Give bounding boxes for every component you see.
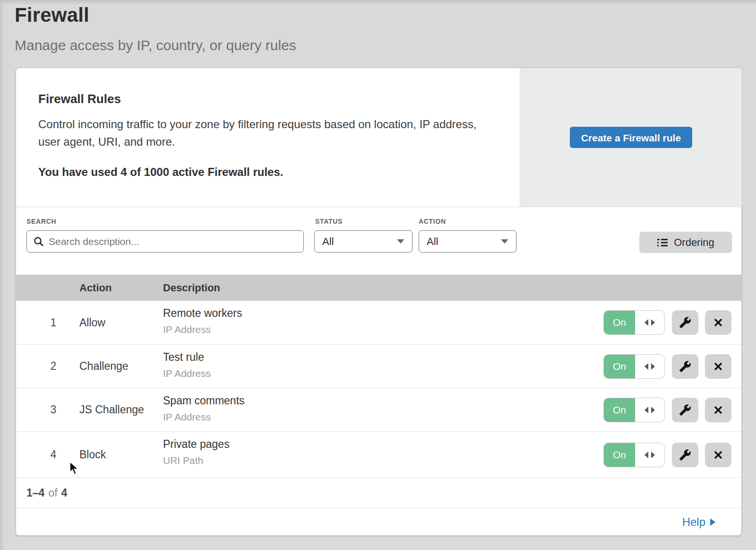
column-header-description: Description <box>163 282 220 294</box>
edit-rule-button[interactable] <box>672 354 698 379</box>
pagination-total: 4 <box>61 487 68 499</box>
toggle-on-label: On <box>604 398 635 422</box>
rule-action: Challenge <box>79 345 129 388</box>
close-icon <box>713 450 723 460</box>
table-row: 1 Allow Remote workers IP Address On <box>16 301 741 344</box>
chevron-down-icon <box>397 239 404 244</box>
edit-rule-button[interactable] <box>672 443 698 467</box>
rules-summary-section: Firewall Rules Control incoming traffic … <box>16 68 741 207</box>
chevron-down-icon <box>501 239 508 244</box>
delete-rule-button[interactable] <box>705 354 731 379</box>
help-arrow-icon <box>710 518 715 526</box>
search-box <box>26 230 304 253</box>
help-link-label: Help <box>682 515 705 529</box>
page-title: Firewall <box>15 4 89 26</box>
help-link[interactable]: Help <box>682 515 715 529</box>
close-icon <box>713 405 723 415</box>
rule-description-title: Private pages <box>163 438 230 451</box>
toggle-on-label: On <box>604 311 635 334</box>
rule-description-title: Test rule <box>163 351 211 364</box>
rule-enabled-toggle[interactable]: On <box>604 443 664 467</box>
rule-description-title: Remote workers <box>163 307 242 320</box>
search-icon <box>34 236 44 247</box>
action-select[interactable]: All <box>419 230 516 253</box>
rule-match-type: URI Path <box>163 455 230 466</box>
edit-rule-button[interactable] <box>672 398 698 422</box>
action-select-value: All <box>427 236 438 248</box>
rule-priority: 4 <box>46 432 61 477</box>
help-row: Help <box>16 508 741 536</box>
search-input[interactable] <box>49 236 297 247</box>
delete-rule-button[interactable] <box>705 310 731 335</box>
filter-section: SEARCH STATUS All ACTION All <box>16 207 741 275</box>
rules-heading: Firewall Rules <box>38 92 121 106</box>
pagination-range: 1–4 <box>26 487 44 499</box>
toggle-arrows-icon <box>635 355 664 378</box>
delete-rule-button[interactable] <box>705 443 731 467</box>
status-label: STATUS <box>315 218 343 225</box>
ordering-button[interactable]: Ordering <box>639 232 732 253</box>
rule-description-title: Spam comments <box>163 394 245 407</box>
rule-action: Block <box>79 432 106 477</box>
delete-rule-button[interactable] <box>705 398 731 422</box>
wrench-icon <box>679 316 691 329</box>
create-firewall-rule-button[interactable]: Create a Firewall rule <box>570 127 692 148</box>
wrench-icon <box>679 360 691 373</box>
wrench-icon <box>679 404 691 416</box>
close-icon <box>713 317 723 328</box>
toggle-on-label: On <box>604 355 635 378</box>
ordering-list-icon <box>657 238 668 247</box>
column-header-action: Action <box>79 282 112 294</box>
rule-action: JS Challenge <box>79 388 144 431</box>
table-row: 3 JS Challenge Spam comments IP Address … <box>16 388 741 431</box>
toggle-arrows-icon <box>635 443 664 467</box>
rule-match-type: IP Address <box>163 411 245 423</box>
status-select-value: All <box>322 236 334 248</box>
ordering-button-label: Ordering <box>674 236 714 249</box>
edit-rule-button[interactable] <box>672 310 698 335</box>
wrench-icon <box>679 449 691 461</box>
firewall-rules-card: Firewall Rules Control incoming traffic … <box>16 68 742 536</box>
rule-priority: 3 <box>46 388 61 431</box>
rule-match-type: IP Address <box>163 324 242 335</box>
table-row: 2 Challenge Test rule IP Address On <box>16 344 741 388</box>
table-row: 4 Block Private pages URI Path On <box>16 431 741 477</box>
rule-enabled-toggle[interactable]: On <box>604 311 664 334</box>
search-label: SEARCH <box>26 218 56 225</box>
create-rule-panel: Create a Firewall rule <box>520 68 742 207</box>
rules-usage-text: You have used 4 of 1000 active Firewall … <box>38 166 283 179</box>
table-header: Action Description <box>16 275 741 301</box>
toggle-arrows-icon <box>635 398 664 422</box>
rule-description: Test rule IP Address <box>163 351 211 379</box>
close-icon <box>713 361 723 372</box>
toggle-on-label: On <box>604 443 635 467</box>
pagination-footer: 1–4 of 4 <box>16 477 741 508</box>
rule-enabled-toggle[interactable]: On <box>604 398 664 422</box>
pagination-of-text: of <box>48 487 57 499</box>
rule-match-type: IP Address <box>163 368 211 379</box>
rule-enabled-toggle[interactable]: On <box>604 355 664 378</box>
status-select[interactable]: All <box>314 230 412 253</box>
rule-priority: 2 <box>46 345 61 388</box>
rule-description: Spam comments IP Address <box>163 394 245 423</box>
rule-priority: 1 <box>46 301 61 344</box>
page-subtitle: Manage access by IP, country, or query r… <box>15 37 296 53</box>
toggle-arrows-icon <box>635 311 664 334</box>
action-label: ACTION <box>419 218 446 225</box>
rules-description: Control incoming traffic to your zone by… <box>38 115 487 150</box>
rule-action: Allow <box>79 301 105 344</box>
rule-description: Remote workers IP Address <box>163 307 242 335</box>
rule-description: Private pages URI Path <box>163 438 230 466</box>
